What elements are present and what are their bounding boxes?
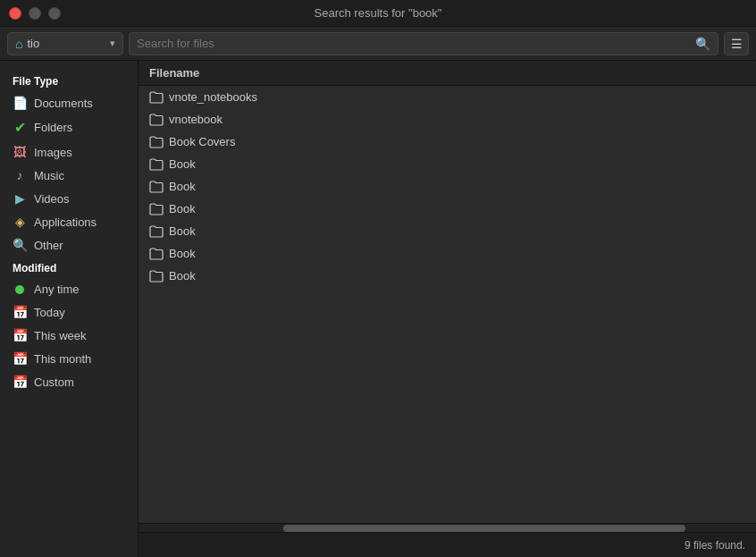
today-icon: 📅: [13, 305, 27, 319]
sidebar-item-this-week[interactable]: 📅 This week: [0, 324, 138, 347]
sidebar-item-label: Folders: [34, 121, 72, 134]
minimize-button[interactable]: [29, 7, 41, 20]
list-item[interactable]: vnote_notebooks: [139, 86, 756, 108]
folder-icon: [149, 270, 164, 283]
chevron-down-icon: ▾: [110, 38, 115, 49]
sidebar-item-label: Documents: [34, 97, 93, 110]
maximize-button[interactable]: [48, 7, 61, 20]
file-name: Book: [169, 224, 196, 238]
file-name: Book: [169, 180, 196, 193]
list-item[interactable]: Book: [139, 153, 756, 175]
window-title: Search results for "book": [315, 6, 442, 20]
folder-icon: [149, 181, 164, 193]
folder-icon: [149, 91, 164, 104]
folder-icon: [149, 158, 164, 171]
anytime-dot-icon: [13, 285, 27, 294]
sidebar-item-videos[interactable]: ▶ Videos: [0, 187, 138, 210]
sidebar-item-today[interactable]: 📅 Today: [0, 300, 138, 324]
file-name: vnote_notebooks: [169, 90, 257, 104]
sidebar-item-label: Images: [34, 146, 72, 159]
list-item[interactable]: Book: [139, 175, 756, 198]
list-item[interactable]: Book: [139, 198, 756, 220]
file-name: Book: [169, 247, 196, 260]
list-item[interactable]: vnotebook: [139, 108, 756, 131]
home-icon: ⌂: [15, 37, 22, 51]
sidebar-item-label: Custom: [34, 376, 74, 389]
list-item[interactable]: Book Covers: [139, 131, 756, 153]
file-name: Book Covers: [169, 135, 235, 148]
list-item[interactable]: Book: [139, 220, 756, 242]
folder-icon: [149, 248, 164, 260]
toolbar: ⌂ tio ▾ 🔍 ☰: [0, 27, 756, 61]
sidebar-item-label: Music: [34, 169, 64, 182]
folder-icon: [149, 225, 164, 238]
sidebar-item-applications[interactable]: ◈ Applications: [0, 210, 138, 233]
folder-icon: [149, 136, 164, 148]
main-area: File Type 📄 Documents ✔ Folders 🖼 Images…: [0, 61, 756, 557]
sidebar-item-this-month[interactable]: 📅 This month: [0, 347, 138, 370]
custom-icon: 📅: [13, 375, 27, 389]
file-list: vnote_notebooks vnotebook Book Covers: [139, 86, 756, 523]
other-icon: 🔍: [13, 238, 27, 252]
file-name: Book: [169, 269, 196, 283]
sidebar-item-label: Today: [34, 306, 65, 319]
folder-icon: [149, 114, 164, 126]
folder-icon: [149, 203, 164, 215]
modified-header: Modified: [0, 257, 138, 278]
list-item[interactable]: Book: [139, 242, 756, 265]
sidebar: File Type 📄 Documents ✔ Folders 🖼 Images…: [0, 61, 139, 557]
sidebar-item-label: Applications: [34, 215, 97, 229]
video-icon: ▶: [13, 191, 27, 206]
status-text: 9 files found.: [685, 539, 745, 552]
close-button[interactable]: [9, 7, 21, 20]
file-name: Book: [169, 157, 196, 171]
app-icon: ◈: [13, 215, 27, 229]
sidebar-item-label: Other: [34, 239, 63, 252]
search-input[interactable]: [137, 37, 691, 50]
search-icon[interactable]: 🔍: [695, 37, 710, 51]
sidebar-item-label: Videos: [34, 192, 70, 206]
list-item[interactable]: Book: [139, 265, 756, 287]
sidebar-item-label: Any time: [34, 283, 80, 296]
sidebar-item-music[interactable]: ♪ Music: [0, 164, 138, 187]
sidebar-item-label: This week: [34, 329, 87, 342]
file-type-header: File Type: [0, 70, 138, 91]
sidebar-item-documents[interactable]: 📄 Documents: [0, 91, 138, 114]
document-icon: 📄: [13, 96, 27, 110]
titlebar: Search results for "book": [0, 0, 756, 27]
file-name: vnotebook: [169, 113, 223, 126]
sidebar-item-folders[interactable]: ✔ Folders: [0, 114, 138, 140]
sidebar-item-anytime[interactable]: Any time: [0, 278, 138, 300]
image-icon: 🖼: [13, 145, 27, 159]
search-box[interactable]: 🔍: [129, 32, 718, 55]
sidebar-item-other[interactable]: 🔍 Other: [0, 233, 138, 257]
sidebar-item-custom[interactable]: 📅 Custom: [0, 370, 138, 393]
column-header-filename: Filename: [139, 61, 756, 86]
location-text: tio: [27, 37, 105, 50]
statusbar: 9 files found.: [139, 532, 756, 557]
folder-checked-icon: ✔: [13, 119, 27, 136]
music-icon: ♪: [13, 168, 27, 182]
sidebar-item-label: This month: [34, 352, 91, 366]
week-icon: 📅: [13, 328, 27, 342]
menu-button[interactable]: ☰: [724, 32, 749, 55]
month-icon: 📅: [13, 351, 27, 366]
content-area: Filename vnote_notebooks vnotebook: [139, 61, 756, 557]
horizontal-scrollbar[interactable]: [139, 523, 756, 532]
file-name: Book: [169, 202, 196, 215]
window-controls[interactable]: [9, 7, 61, 20]
hamburger-icon: ☰: [731, 37, 743, 51]
scrollbar-thumb[interactable]: [283, 525, 685, 532]
sidebar-item-images[interactable]: 🖼 Images: [0, 140, 138, 164]
location-selector[interactable]: ⌂ tio ▾: [7, 32, 123, 55]
